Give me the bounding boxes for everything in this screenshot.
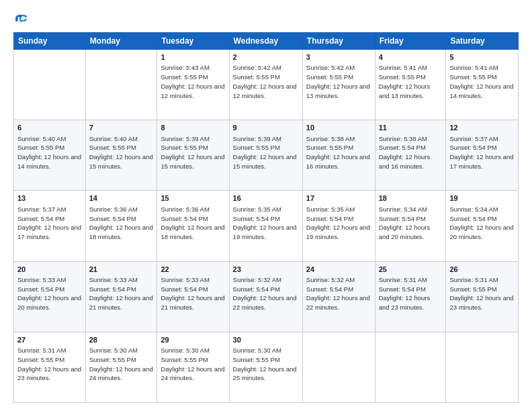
day-number: 18 <box>379 193 443 203</box>
day-number: 11 <box>379 123 443 133</box>
day-info: Sunrise: 5:30 AM Sunset: 5:55 PM Dayligh… <box>233 346 299 383</box>
day-info: Sunrise: 5:34 AM Sunset: 5:54 PM Dayligh… <box>449 205 515 242</box>
day-info: Sunrise: 5:32 AM Sunset: 5:54 PM Dayligh… <box>233 275 299 312</box>
day-number: 13 <box>17 193 82 203</box>
calendar-cell: 27Sunrise: 5:31 AM Sunset: 5:55 PM Dayli… <box>14 332 86 402</box>
day-number: 22 <box>161 265 225 275</box>
calendar-cell: 18Sunrise: 5:34 AM Sunset: 5:54 PM Dayli… <box>375 191 446 261</box>
day-number: 26 <box>449 265 515 275</box>
calendar-cell: 25Sunrise: 5:31 AM Sunset: 5:54 PM Dayli… <box>375 261 446 332</box>
calendar-cell: 17Sunrise: 5:35 AM Sunset: 5:54 PM Dayli… <box>302 191 375 261</box>
calendar-cell: 26Sunrise: 5:31 AM Sunset: 5:55 PM Dayli… <box>446 261 519 332</box>
calendar-cell <box>14 50 86 120</box>
col-header-monday: Monday <box>85 33 157 50</box>
calendar-table: SundayMondayTuesdayWednesdayThursdayFrid… <box>13 32 519 403</box>
calendar-cell: 15Sunrise: 5:36 AM Sunset: 5:54 PM Dayli… <box>157 191 229 261</box>
day-number: 29 <box>161 335 225 345</box>
col-header-sunday: Sunday <box>14 33 86 50</box>
day-info: Sunrise: 5:42 AM Sunset: 5:55 PM Dayligh… <box>306 63 371 100</box>
day-info: Sunrise: 5:36 AM Sunset: 5:54 PM Dayligh… <box>161 205 225 242</box>
col-header-tuesday: Tuesday <box>157 33 229 50</box>
day-info: Sunrise: 5:39 AM Sunset: 5:55 PM Dayligh… <box>161 134 225 171</box>
calendar-cell: 28Sunrise: 5:30 AM Sunset: 5:55 PM Dayli… <box>85 332 157 402</box>
calendar-cell: 6Sunrise: 5:40 AM Sunset: 5:55 PM Daylig… <box>14 120 86 191</box>
logo <box>13 11 31 26</box>
week-row-5: 27Sunrise: 5:31 AM Sunset: 5:55 PM Dayli… <box>14 332 519 402</box>
day-number: 25 <box>379 265 443 275</box>
day-number: 5 <box>449 52 515 62</box>
day-number: 24 <box>306 265 371 275</box>
day-number: 30 <box>233 335 299 345</box>
week-row-2: 6Sunrise: 5:40 AM Sunset: 5:55 PM Daylig… <box>14 120 519 191</box>
calendar-cell: 23Sunrise: 5:32 AM Sunset: 5:54 PM Dayli… <box>229 261 302 332</box>
day-number: 27 <box>17 335 82 345</box>
calendar-cell: 22Sunrise: 5:33 AM Sunset: 5:54 PM Dayli… <box>157 261 229 332</box>
calendar-cell: 14Sunrise: 5:36 AM Sunset: 5:54 PM Dayli… <box>85 191 157 261</box>
week-row-1: 1Sunrise: 5:43 AM Sunset: 5:55 PM Daylig… <box>14 50 519 120</box>
calendar-cell: 20Sunrise: 5:33 AM Sunset: 5:54 PM Dayli… <box>14 261 86 332</box>
col-header-friday: Friday <box>375 33 446 50</box>
day-number: 20 <box>17 265 82 275</box>
day-number: 21 <box>89 265 154 275</box>
calendar-cell <box>375 332 446 402</box>
day-info: Sunrise: 5:43 AM Sunset: 5:55 PM Dayligh… <box>161 63 225 100</box>
day-info: Sunrise: 5:36 AM Sunset: 5:54 PM Dayligh… <box>89 205 154 242</box>
day-info: Sunrise: 5:33 AM Sunset: 5:54 PM Dayligh… <box>17 275 82 312</box>
calendar-cell: 29Sunrise: 5:30 AM Sunset: 5:55 PM Dayli… <box>157 332 229 402</box>
calendar-cell <box>302 332 375 402</box>
day-info: Sunrise: 5:31 AM Sunset: 5:55 PM Dayligh… <box>17 346 82 383</box>
calendar-cell: 11Sunrise: 5:38 AM Sunset: 5:54 PM Dayli… <box>375 120 446 191</box>
day-number: 28 <box>89 335 154 345</box>
calendar-cell: 2Sunrise: 5:42 AM Sunset: 5:55 PM Daylig… <box>229 50 302 120</box>
day-number: 10 <box>306 123 371 133</box>
header <box>13 11 519 26</box>
col-header-saturday: Saturday <box>446 33 519 50</box>
day-info: Sunrise: 5:41 AM Sunset: 5:55 PM Dayligh… <box>449 63 515 100</box>
day-number: 12 <box>449 123 515 133</box>
day-number: 14 <box>89 193 154 203</box>
day-number: 1 <box>161 52 225 62</box>
calendar-cell: 3Sunrise: 5:42 AM Sunset: 5:55 PM Daylig… <box>302 50 375 120</box>
week-row-3: 13Sunrise: 5:37 AM Sunset: 5:54 PM Dayli… <box>14 191 519 261</box>
day-number: 4 <box>379 52 443 62</box>
day-info: Sunrise: 5:30 AM Sunset: 5:55 PM Dayligh… <box>89 346 154 383</box>
day-number: 15 <box>161 193 225 203</box>
generalblue-logo-icon <box>13 11 28 26</box>
calendar-cell: 9Sunrise: 5:39 AM Sunset: 5:55 PM Daylig… <box>229 120 302 191</box>
day-info: Sunrise: 5:38 AM Sunset: 5:55 PM Dayligh… <box>306 134 371 171</box>
day-info: Sunrise: 5:33 AM Sunset: 5:54 PM Dayligh… <box>161 275 225 312</box>
day-number: 9 <box>233 123 299 133</box>
day-info: Sunrise: 5:40 AM Sunset: 5:55 PM Dayligh… <box>17 134 82 171</box>
day-info: Sunrise: 5:35 AM Sunset: 5:54 PM Dayligh… <box>233 205 299 242</box>
calendar-cell: 19Sunrise: 5:34 AM Sunset: 5:54 PM Dayli… <box>446 191 519 261</box>
day-number: 19 <box>449 193 515 203</box>
day-number: 23 <box>233 265 299 275</box>
day-number: 17 <box>306 193 371 203</box>
calendar-cell: 5Sunrise: 5:41 AM Sunset: 5:55 PM Daylig… <box>446 50 519 120</box>
calendar-cell: 30Sunrise: 5:30 AM Sunset: 5:55 PM Dayli… <box>229 332 302 402</box>
day-info: Sunrise: 5:41 AM Sunset: 5:55 PM Dayligh… <box>379 63 443 100</box>
day-number: 7 <box>89 123 154 133</box>
calendar-cell: 12Sunrise: 5:37 AM Sunset: 5:54 PM Dayli… <box>446 120 519 191</box>
calendar-cell: 8Sunrise: 5:39 AM Sunset: 5:55 PM Daylig… <box>157 120 229 191</box>
day-info: Sunrise: 5:40 AM Sunset: 5:55 PM Dayligh… <box>89 134 154 171</box>
col-header-thursday: Thursday <box>302 33 375 50</box>
day-info: Sunrise: 5:38 AM Sunset: 5:54 PM Dayligh… <box>379 134 443 171</box>
col-header-wednesday: Wednesday <box>229 33 302 50</box>
day-info: Sunrise: 5:42 AM Sunset: 5:55 PM Dayligh… <box>233 63 299 100</box>
calendar-header-row: SundayMondayTuesdayWednesdayThursdayFrid… <box>14 33 519 50</box>
day-info: Sunrise: 5:37 AM Sunset: 5:54 PM Dayligh… <box>17 205 82 242</box>
day-info: Sunrise: 5:35 AM Sunset: 5:54 PM Dayligh… <box>306 205 371 242</box>
day-info: Sunrise: 5:31 AM Sunset: 5:55 PM Dayligh… <box>449 275 515 312</box>
calendar-cell: 16Sunrise: 5:35 AM Sunset: 5:54 PM Dayli… <box>229 191 302 261</box>
calendar-cell: 21Sunrise: 5:33 AM Sunset: 5:54 PM Dayli… <box>85 261 157 332</box>
calendar-cell: 24Sunrise: 5:32 AM Sunset: 5:54 PM Dayli… <box>302 261 375 332</box>
calendar-cell: 10Sunrise: 5:38 AM Sunset: 5:55 PM Dayli… <box>302 120 375 191</box>
day-info: Sunrise: 5:33 AM Sunset: 5:54 PM Dayligh… <box>89 275 154 312</box>
day-number: 8 <box>161 123 225 133</box>
calendar-cell: 7Sunrise: 5:40 AM Sunset: 5:55 PM Daylig… <box>85 120 157 191</box>
day-info: Sunrise: 5:31 AM Sunset: 5:54 PM Dayligh… <box>379 275 443 312</box>
calendar-cell: 13Sunrise: 5:37 AM Sunset: 5:54 PM Dayli… <box>14 191 86 261</box>
day-info: Sunrise: 5:37 AM Sunset: 5:54 PM Dayligh… <box>449 134 515 171</box>
week-row-4: 20Sunrise: 5:33 AM Sunset: 5:54 PM Dayli… <box>14 261 519 332</box>
